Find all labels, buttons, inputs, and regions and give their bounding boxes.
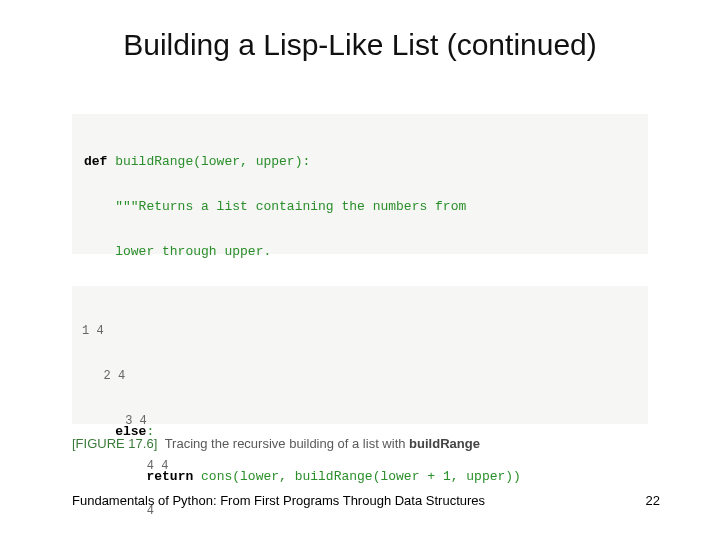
slide-title: Building a Lisp-Like List (continued) [0,28,720,62]
code-block: def buildRange(lower, upper): """Returns… [72,114,648,254]
figure-label: [FIGURE 17.6] [72,436,157,451]
trace-line: 4 4 [82,459,638,474]
code-line: """Returns a list containing the numbers… [84,199,636,214]
trace-line: 1 4 [82,324,638,339]
trace-line: 2 4 [82,369,638,384]
function-name: buildRange [409,436,480,451]
code-line: lower through upper. [84,244,636,259]
code-line: def buildRange(lower, upper): [84,154,636,169]
trace-line: 3 4 [82,414,638,429]
keyword-def: def [84,154,107,169]
figure-caption: [FIGURE 17.6] Tracing the recursive buil… [72,436,480,451]
trace-block: 1 4 2 4 3 4 4 4 4 3 4 2 3 4 1 2 3 4 [72,286,648,424]
footer-text: Fundamentals of Python: From First Progr… [72,493,485,508]
page-number: 22 [646,493,660,508]
caption-text: Tracing the recursive building of a list… [165,436,409,451]
slide: Building a Lisp-Like List (continued) de… [0,0,720,540]
code-text: buildRange(lower, upper): [107,154,310,169]
